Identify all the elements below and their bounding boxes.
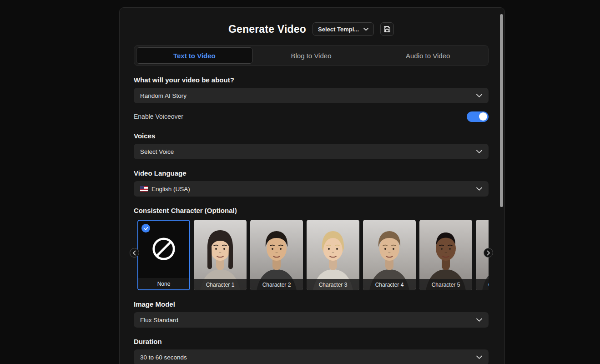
chevron-left-icon <box>132 250 136 256</box>
page-title: Generate Video <box>228 23 306 35</box>
duration-select-value: 30 to 60 seconds <box>140 354 187 361</box>
voice-select[interactable]: Select Voice <box>134 144 489 159</box>
character-card[interactable]: Character 1 <box>194 220 247 290</box>
character-card-label: None <box>138 278 189 289</box>
language-label: Video Language <box>134 169 489 177</box>
character-card[interactable]: Character 5 <box>419 220 472 290</box>
character-card-label: Character 5 <box>419 279 472 290</box>
voiceover-row: Enable Voiceover <box>134 111 489 122</box>
topic-select[interactable]: Random AI Story <box>134 88 489 103</box>
chevron-down-icon <box>476 355 482 359</box>
tab-label: Blog to Video <box>291 52 332 60</box>
character-card-label: Character 6 <box>476 279 489 290</box>
tab-audio-to-video[interactable]: Audio to Video <box>369 47 486 64</box>
character-card[interactable]: Character 2 <box>250 220 303 290</box>
character-card-none[interactable]: None <box>137 220 190 290</box>
image-model-select[interactable]: Flux Standard <box>134 312 489 328</box>
character-card-label: Character 1 <box>194 279 247 290</box>
topic-label: What will your video be about? <box>134 76 489 84</box>
save-icon <box>383 25 391 33</box>
character-card-label: Character 4 <box>363 279 416 290</box>
character-card[interactable]: Character 4 <box>363 220 416 290</box>
chevron-down-icon <box>476 187 482 191</box>
character-label: Consistent Character (Optional) <box>134 207 489 214</box>
scrollbar-thumb[interactable] <box>500 14 503 207</box>
image-model-label: Image Model <box>134 300 489 308</box>
voiceover-label: Enable Voiceover <box>134 113 183 120</box>
character-card-label: Character 2 <box>250 279 303 290</box>
language-select-value: English (USA) <box>151 186 190 192</box>
character-carousel: None Character 1 Character 2 <box>134 220 489 290</box>
tab-label: Audio to Video <box>406 52 450 60</box>
voiceover-toggle[interactable] <box>467 111 489 122</box>
tab-text-to-video[interactable]: Text to Video <box>136 47 253 64</box>
select-template-dropdown[interactable]: Select Templ... <box>313 22 374 36</box>
duration-select[interactable]: 30 to 60 seconds <box>134 349 489 364</box>
carousel-next-button[interactable] <box>484 248 493 258</box>
tab-blog-to-video[interactable]: Blog to Video <box>253 47 370 64</box>
voices-label: Voices <box>134 132 489 140</box>
chevron-right-icon <box>486 250 490 256</box>
character-card[interactable]: Character 3 <box>307 220 359 290</box>
generate-video-panel: Generate Video Select Templ... Text to V… <box>119 7 505 364</box>
save-template-button[interactable] <box>380 22 394 36</box>
duration-label: Duration <box>134 338 489 345</box>
character-card-label: Character 3 <box>307 279 359 290</box>
chevron-down-icon <box>476 150 482 153</box>
chevron-down-icon <box>476 94 482 97</box>
character-track: None Character 1 Character 2 <box>137 220 489 290</box>
chevron-down-icon <box>363 28 368 31</box>
language-select[interactable]: English (USA) <box>134 181 489 197</box>
image-model-select-value: Flux Standard <box>140 317 178 324</box>
usa-flag-icon <box>140 186 148 192</box>
voice-select-value: Select Voice <box>140 148 174 155</box>
chevron-down-icon <box>476 318 482 322</box>
selected-check-badge <box>141 224 150 233</box>
carousel-prev-button[interactable] <box>130 248 139 258</box>
tab-label: Text to Video <box>173 52 216 60</box>
mode-tabs: Text to Video Blog to Video Audio to Vid… <box>134 45 489 66</box>
none-prohibition-icon <box>151 236 176 262</box>
select-template-label: Select Templ... <box>318 26 359 33</box>
topic-select-value: Random AI Story <box>140 92 187 99</box>
toggle-knob <box>479 112 487 121</box>
check-icon <box>143 226 149 231</box>
panel-header: Generate Video Select Templ... <box>134 21 489 37</box>
